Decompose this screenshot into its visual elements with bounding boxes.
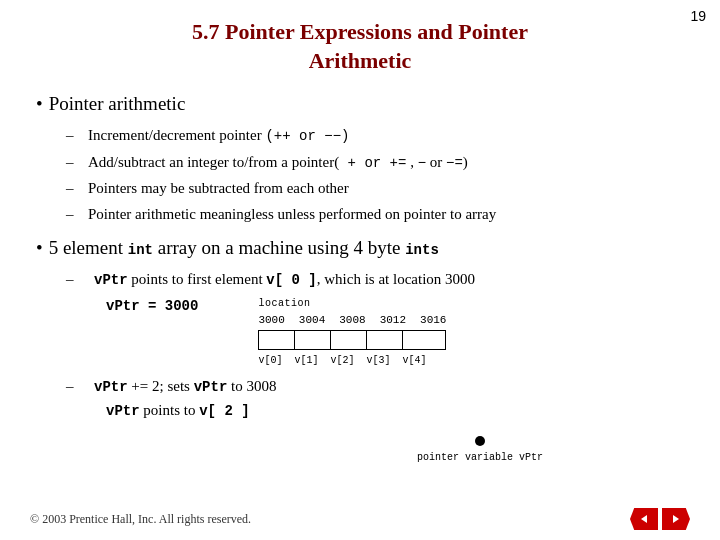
item1-code: (++ or −−) [265, 128, 349, 144]
sub-list-row1: – vPtr points to first element v[ 0 ], w… [66, 269, 684, 291]
v2-code: v[ 2 ] [199, 403, 249, 419]
item2-code2: − [418, 155, 426, 171]
list-item: – Increment/decrement pointer (++ or −−) [66, 125, 684, 147]
footer-text: © 2003 Prentice Hall, Inc. All rights re… [30, 512, 251, 527]
svg-marker-1 [673, 515, 679, 523]
vptr-line: vPtr = 3000 location 3000 3004 3008 3012… [106, 297, 684, 368]
item4-text: Pointer arithmetic meaningless unless pe… [88, 204, 496, 225]
int-code: int [128, 242, 153, 258]
sub-list-item2: – vPtr += 2; sets vPtr to 3008 vPtr poin… [66, 376, 684, 423]
vptr-line2-text: points to [143, 402, 199, 418]
pointer-label: pointer variable vPtr [276, 452, 684, 463]
sub-list-row2: – vPtr += 2; sets vPtr to 3008 [66, 376, 684, 398]
loc-num: 3016 [420, 313, 446, 328]
prev-button[interactable] [630, 508, 658, 530]
slide-container: 5.7 Pointer Expressions and Pointer Arit… [0, 0, 720, 491]
vptr-line2-block: vPtr points to v[ 2 ] [66, 400, 684, 422]
loc-cell [331, 331, 367, 349]
svg-marker-0 [641, 515, 647, 523]
vptr-assign-block: vPtr = 3000 location 3000 3004 3008 3012… [66, 293, 684, 368]
ints-code: ints [405, 242, 439, 258]
section1-title: Pointer arithmetic [49, 93, 186, 115]
loc-num: 3000 [258, 313, 284, 328]
location-numbers: 3000 3004 3008 3012 3016 [258, 313, 446, 328]
item2-text: Add/subtract an integer to/from a pointe… [88, 152, 468, 174]
location-label: location [258, 297, 446, 311]
sub-list: – vPtr points to first element v[ 0 ], w… [36, 269, 684, 423]
list-item: – Pointer arithmetic meaningless unless … [66, 204, 684, 225]
dash: – [66, 376, 82, 397]
footer: © 2003 Prentice Hall, Inc. All rights re… [0, 508, 720, 530]
vptr-assign: vPtr = 3000 [106, 297, 198, 317]
arr-name: v[4] [402, 354, 426, 368]
nav-buttons [630, 508, 690, 530]
slide-title: 5.7 Pointer Expressions and Pointer Arit… [36, 18, 684, 75]
item2-code3: −= [446, 155, 463, 171]
next-button[interactable] [662, 508, 690, 530]
loc-num: 3012 [380, 313, 406, 328]
section2-bullet: • [36, 237, 43, 259]
arr-name: v[1] [294, 354, 318, 368]
section2-header: • 5 element int array on a machine using… [36, 237, 684, 259]
title-line1: 5.7 Pointer Expressions and Pointer [192, 19, 528, 44]
dash: – [66, 204, 82, 225]
dash: – [66, 178, 82, 199]
section2: • 5 element int array on a machine using… [36, 237, 684, 462]
sub-list-item1: – vPtr points to first element v[ 0 ], w… [66, 269, 684, 370]
dash: – [66, 152, 82, 173]
location-table: location 3000 3004 3008 3012 3016 [258, 297, 446, 368]
vptr-line2: vPtr [106, 403, 140, 419]
sub1-text: vPtr points to first element v[ 0 ], whi… [94, 269, 475, 291]
copyright-symbol: © [30, 512, 39, 526]
arr-name: v[2] [330, 354, 354, 368]
loc-cell [259, 331, 295, 349]
loc-cell [295, 331, 331, 349]
v0-code: v[ 0 ] [266, 272, 316, 288]
vptr-code1: vPtr [94, 272, 128, 288]
dash: – [66, 125, 82, 146]
location-names: v[0] v[1] v[2] v[3] v[4] [258, 354, 446, 368]
vptr-code3: vPtr [194, 379, 228, 395]
arr-name: v[3] [366, 354, 390, 368]
item2-code1: + or += [339, 155, 406, 171]
section2-title: 5 element int array on a machine using 4… [49, 237, 439, 259]
loc-cell [403, 331, 439, 349]
pointer-dot-area: pointer variable vPtr [276, 432, 684, 463]
location-cells [258, 330, 446, 350]
sub2-text: vPtr += 2; sets vPtr to 3008 [94, 376, 276, 398]
vptr-code2: vPtr [94, 379, 128, 395]
bullet-list: – Increment/decrement pointer (++ or −−)… [36, 125, 684, 225]
list-item: – Add/subtract an integer to/from a poin… [66, 152, 684, 174]
pointer-dot [475, 436, 485, 446]
dash: – [66, 269, 82, 290]
section1-bullet: • [36, 93, 43, 115]
footer-copyright: 2003 Prentice Hall, Inc. All rights rese… [42, 512, 251, 526]
list-item: – Pointers may be subtracted from each o… [66, 178, 684, 199]
item1-text: Increment/decrement pointer (++ or −−) [88, 125, 349, 147]
page-number: 19 [690, 8, 706, 24]
loc-cell [367, 331, 403, 349]
loc-num: 3004 [299, 313, 325, 328]
item3-text: Pointers may be subtracted from each oth… [88, 178, 349, 199]
arr-name: v[0] [258, 354, 282, 368]
section1-header: • Pointer arithmetic [36, 93, 684, 115]
title-line2: Arithmetic [309, 48, 412, 73]
loc-num: 3008 [339, 313, 365, 328]
